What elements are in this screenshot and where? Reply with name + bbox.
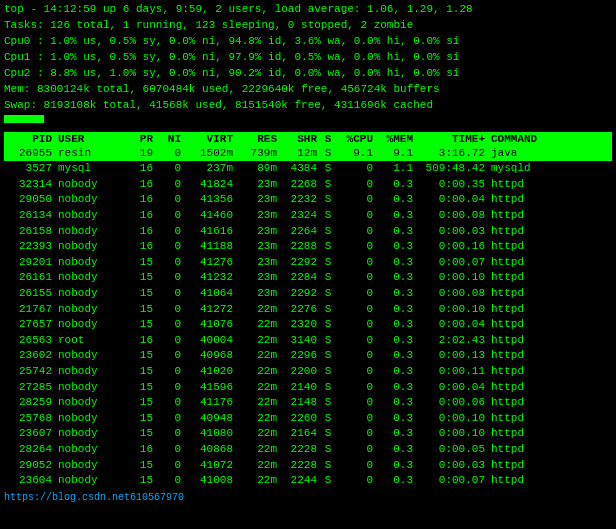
table-row: 25742nobody1504102022m2200S00.30:00.11ht… xyxy=(4,364,612,380)
table-row: 29050nobody1604135623m2232S00.30:00.04ht… xyxy=(4,192,612,208)
cell-col-user: nobody xyxy=(56,442,128,458)
cell-col-time: 0:00.06 xyxy=(416,395,488,411)
cell-col-s: S xyxy=(320,473,336,489)
table-row: 26563root1604000422m3140S00.32:02.43http… xyxy=(4,333,612,349)
cell-col-shr: 2288 xyxy=(280,239,320,255)
cell-col-mem: 0.3 xyxy=(376,458,416,474)
cell-col-pid: 26161 xyxy=(4,270,56,286)
cell-col-shr: 2200 xyxy=(280,364,320,380)
cell-col-shr: 2140 xyxy=(280,380,320,396)
cell-col-virt: 41596 xyxy=(184,380,236,396)
cell-col-time: 509:48.42 xyxy=(416,161,488,177)
cell-col-mem: 0.3 xyxy=(376,442,416,458)
cell-col-shr: 2284 xyxy=(280,270,320,286)
cell-col-pid: 22393 xyxy=(4,239,56,255)
cell-col-virt: 40968 xyxy=(184,348,236,364)
table-row: 29052nobody1504107222m2228S00.30:00.03ht… xyxy=(4,458,612,474)
cell-col-res: 22m xyxy=(236,395,280,411)
cell-col-cmd: httpd xyxy=(488,208,612,224)
cell-col-shr: 2324 xyxy=(280,208,320,224)
cell-col-pid: 26155 xyxy=(4,286,56,302)
cell-col-s: S xyxy=(320,192,336,208)
cell-col-cmd: httpd xyxy=(488,426,612,442)
cell-col-cpu: 0 xyxy=(336,411,376,427)
cell-col-cpu: 9.1 xyxy=(336,146,376,162)
cell-col-cpu: 0 xyxy=(336,364,376,380)
table-row: 23604nobody1504100822m2244S00.30:00.07ht… xyxy=(4,473,612,489)
cell-col-mem: 0.3 xyxy=(376,380,416,396)
cell-col-pid: 28259 xyxy=(4,395,56,411)
cell-col-pr: 16 xyxy=(128,224,156,240)
cell-col-shr: 2244 xyxy=(280,473,320,489)
cell-col-res: 22m xyxy=(236,442,280,458)
cell-col-ni: 0 xyxy=(156,395,184,411)
cell-col-shr: 2296 xyxy=(280,348,320,364)
cell-col-time: 0:00.07 xyxy=(416,255,488,271)
col-header-shr: SHR xyxy=(280,133,320,145)
cell-col-pid: 29050 xyxy=(4,192,56,208)
table-row: 22393nobody1604118823m2288S00.30:00.16ht… xyxy=(4,239,612,255)
cell-col-s: S xyxy=(320,208,336,224)
cell-col-ni: 0 xyxy=(156,270,184,286)
cell-col-cpu: 0 xyxy=(336,302,376,318)
table-row: 32314nobody1604182423m2268S00.30:00.35ht… xyxy=(4,177,612,193)
cell-col-mem: 0.3 xyxy=(376,364,416,380)
cell-col-cmd: httpd xyxy=(488,364,612,380)
cell-col-shr: 2320 xyxy=(280,317,320,333)
cell-col-pr: 15 xyxy=(128,364,156,380)
cell-col-pr: 16 xyxy=(128,208,156,224)
cell-col-cpu: 0 xyxy=(336,473,376,489)
table-row: 28259nobody1504117622m2148S00.30:00.06ht… xyxy=(4,395,612,411)
table-row: 26155nobody1504106423m2292S00.30:00.08ht… xyxy=(4,286,612,302)
cell-col-time: 0:00.10 xyxy=(416,270,488,286)
cell-col-time: 0:00.04 xyxy=(416,192,488,208)
table-row: 26134nobody1604146023m2324S00.30:00.08ht… xyxy=(4,208,612,224)
cell-col-mem: 0.3 xyxy=(376,348,416,364)
cell-col-mem: 0.3 xyxy=(376,411,416,427)
cell-col-time: 0:00.08 xyxy=(416,286,488,302)
cell-col-cmd: httpd xyxy=(488,286,612,302)
cell-col-s: S xyxy=(320,161,336,177)
cell-col-pr: 16 xyxy=(128,442,156,458)
cell-col-ni: 0 xyxy=(156,146,184,162)
cell-col-virt: 41616 xyxy=(184,224,236,240)
url-text: https://blog.csdn.net610567970 xyxy=(4,492,184,503)
table-row: 27285nobody1504159622m2140S00.30:00.04ht… xyxy=(4,380,612,396)
cell-col-ni: 0 xyxy=(156,364,184,380)
col-header-user: USER xyxy=(56,133,128,145)
cell-col-pr: 15 xyxy=(128,270,156,286)
cell-col-user: nobody xyxy=(56,239,128,255)
cell-col-time: 0:00.10 xyxy=(416,411,488,427)
cell-col-ni: 0 xyxy=(156,161,184,177)
cell-col-mem: 0.3 xyxy=(376,270,416,286)
cell-col-cmd: httpd xyxy=(488,177,612,193)
table-row: 26955resin1901502m739m12mS9.19.13:16.72j… xyxy=(4,146,612,162)
cell-col-ni: 0 xyxy=(156,286,184,302)
cell-col-pr: 15 xyxy=(128,426,156,442)
cell-col-time: 0:00.05 xyxy=(416,442,488,458)
cell-col-user: nobody xyxy=(56,426,128,442)
table-row: 29201nobody1504127623m2292S00.30:00.07ht… xyxy=(4,255,612,271)
cell-col-pid: 26955 xyxy=(4,146,56,162)
cell-col-pid: 28264 xyxy=(4,442,56,458)
cell-col-cmd: httpd xyxy=(488,395,612,411)
cell-col-mem: 0.3 xyxy=(376,395,416,411)
cell-col-mem: 0.3 xyxy=(376,255,416,271)
cell-col-pr: 15 xyxy=(128,302,156,318)
cell-col-cpu: 0 xyxy=(336,380,376,396)
cell-col-res: 23m xyxy=(236,177,280,193)
cell-col-mem: 0.3 xyxy=(376,239,416,255)
cell-col-virt: 41460 xyxy=(184,208,236,224)
cell-col-mem: 0.3 xyxy=(376,224,416,240)
cell-col-ni: 0 xyxy=(156,302,184,318)
table-row: 3527mysql160237m89m4384S01.1509:48.42mys… xyxy=(4,161,612,177)
cell-col-ni: 0 xyxy=(156,177,184,193)
cell-col-res: 22m xyxy=(236,380,280,396)
cell-col-cpu: 0 xyxy=(336,395,376,411)
cell-col-cpu: 0 xyxy=(336,224,376,240)
cell-col-cpu: 0 xyxy=(336,317,376,333)
cell-col-cmd: java xyxy=(488,146,612,162)
cell-col-ni: 0 xyxy=(156,317,184,333)
cell-col-cpu: 0 xyxy=(336,239,376,255)
cell-col-pr: 15 xyxy=(128,473,156,489)
